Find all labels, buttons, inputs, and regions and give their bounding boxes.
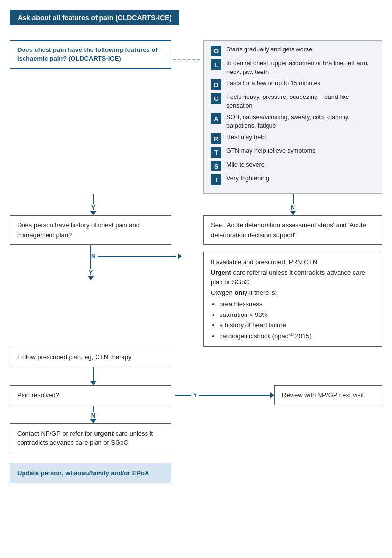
oldcarts-letter: S xyxy=(211,161,221,171)
question1-text: Does chest pain have the following featu… xyxy=(17,46,158,62)
only-label: only xyxy=(234,289,247,296)
urgent-bullets: breathlessness saturation < 93% a histor… xyxy=(220,299,375,340)
urgent-intro: If available and prescribed, PRN GTN xyxy=(211,257,375,267)
oldcarts-letter: I xyxy=(211,174,221,185)
oldcarts-text: Lasts for a few or up to 15 minutes xyxy=(226,79,375,88)
oldcarts-panel: OStarts gradually and gets worseLIn cent… xyxy=(203,40,382,194)
oldcarts-row: SMild to severe xyxy=(211,161,375,171)
oldcarts-letter: O xyxy=(211,46,221,56)
oldcarts-letter: R xyxy=(211,133,221,144)
oldcarts-text: Feels heavy, pressure, squeezing – band-… xyxy=(226,93,375,110)
oldcarts-row: TGTN may help relieve symptoms xyxy=(211,147,375,158)
bullet-2: saturation < 93% xyxy=(220,310,375,320)
no-label-3: N xyxy=(91,412,96,419)
oldcarts-text: Rest may help xyxy=(226,133,375,142)
follow-box: Follow prescribed plan, eg, GTN therapy xyxy=(10,347,172,367)
question1-box: Does chest pain have the following featu… xyxy=(10,40,172,69)
header-box: Ask about all features of pain (OLDCARTS… xyxy=(10,10,179,25)
oldcarts-row: RRest may help xyxy=(211,133,375,144)
oxygen-line: Oxygen only if there is: xyxy=(211,288,375,298)
no-path-text: See: 'Acute deterioration assessment ste… xyxy=(211,221,366,239)
oldcarts-text: In central chest, upper abdomen or bra l… xyxy=(226,59,375,76)
oldcarts-row: ASOB, nausea/vomiting, sweaty, cold, cla… xyxy=(211,113,375,130)
oldcarts-row: OStarts gradually and gets worse xyxy=(211,46,375,56)
contact-box: Contact NP/GP or refer for urgent care u… xyxy=(10,423,172,453)
no-label-1: N xyxy=(291,204,295,211)
pain-resolved-box: Pain resolved? xyxy=(10,385,172,406)
question2-text: Does person have history of chest pain a… xyxy=(17,221,140,239)
urgent-label: Urgent xyxy=(211,269,231,276)
follow-text: Follow prescribed plan, eg, GTN therapy xyxy=(17,353,131,361)
review-text: Review with NP/GP next visit xyxy=(282,391,364,399)
question2-box: Does person have history of chest pain a… xyxy=(10,215,172,245)
oldcarts-row: LIn central chest, upper abdomen or bra … xyxy=(211,59,375,76)
no-label-2: N xyxy=(91,253,96,260)
contact-urgent-label: urgent xyxy=(94,430,114,437)
urgent-care-line: Urgent care referral unless it contradic… xyxy=(211,268,375,287)
oldcarts-text: Very frightening xyxy=(226,174,375,183)
urgent-rest: care referral unless it contradicts adva… xyxy=(211,269,365,286)
review-box: Review with NP/GP next visit xyxy=(274,385,382,406)
oldcarts-text: Mild to severe xyxy=(226,161,375,170)
oldcarts-letter: D xyxy=(211,79,221,90)
oldcarts-letter: C xyxy=(211,93,221,104)
bullet-1: breathlessness xyxy=(220,299,375,309)
oldcarts-row: CFeels heavy, pressure, squeezing – band… xyxy=(211,93,375,110)
oldcarts-letter: A xyxy=(211,113,221,124)
oldcarts-text: SOB, nausea/vomiting, sweaty, cold, clam… xyxy=(226,113,375,130)
oldcarts-text: GTN may help relieve symptoms xyxy=(226,147,375,156)
oxygen-rest: if there is: xyxy=(247,289,277,296)
urgent-box: If available and prescribed, PRN GTN Urg… xyxy=(203,252,382,347)
flowchart: Ask about all features of pain (OLDCARTS… xyxy=(10,10,382,483)
oldcarts-text: Starts gradually and gets worse xyxy=(226,46,375,54)
oldcarts-rows: OStarts gradually and gets worseLIn cent… xyxy=(211,46,375,185)
header-title: Ask about all features of pain (OLDCARTS… xyxy=(18,14,172,22)
yes-label-1: Y xyxy=(91,204,95,211)
yes-label-2: Y xyxy=(89,269,93,276)
pain-resolved-text: Pain resolved? xyxy=(17,391,59,399)
update-box: Update person, whānau/family and/or EPoA xyxy=(10,463,172,484)
update-text: Update person, whānau/family and/or EPoA xyxy=(17,469,149,477)
dashed-line xyxy=(173,59,200,60)
oldcarts-row: DLasts for a few or up to 15 minutes xyxy=(211,79,375,90)
bullet-4: cardiogenic shock (bpacⁿᴺ 2015) xyxy=(220,331,375,341)
oldcarts-row: IVery frightening xyxy=(211,174,375,185)
no-path-box: See: 'Acute deterioration assessment ste… xyxy=(203,215,382,245)
oldcarts-letter: T xyxy=(211,147,221,158)
oldcarts-letter: L xyxy=(211,59,221,70)
yes-label-3: Y xyxy=(193,392,197,399)
bullet-3: a history of heart failure xyxy=(220,320,375,330)
